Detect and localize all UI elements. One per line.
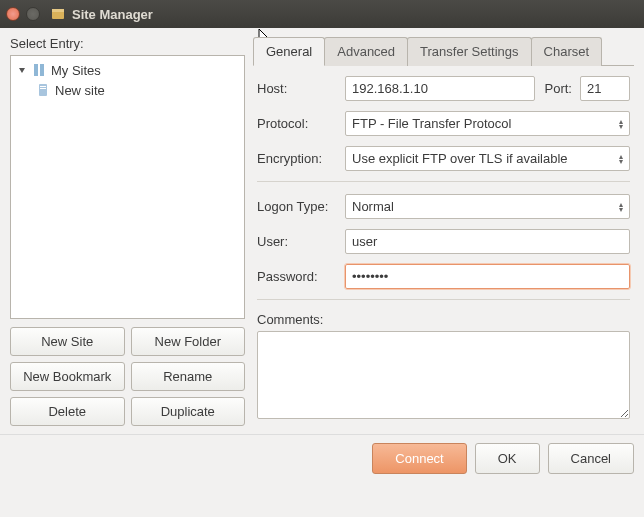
duplicate-button[interactable]: Duplicate xyxy=(131,397,246,426)
tree-item-label: New site xyxy=(55,83,105,98)
user-label: User: xyxy=(257,234,339,249)
svg-rect-2 xyxy=(39,84,47,96)
user-input[interactable] xyxy=(345,229,630,254)
svg-rect-1 xyxy=(52,9,64,12)
tab-advanced[interactable]: Advanced xyxy=(324,37,408,66)
site-actions: New Site New Folder New Bookmark Rename … xyxy=(10,327,245,426)
comments-textarea[interactable] xyxy=(257,331,630,419)
tab-general[interactable]: General xyxy=(253,37,325,66)
svg-rect-3 xyxy=(40,86,46,87)
app-icon xyxy=(50,6,66,22)
logon-type-value: Normal xyxy=(352,199,394,214)
server-icon xyxy=(35,82,51,98)
tree-root-row[interactable]: My Sites xyxy=(13,60,242,80)
rename-button[interactable]: Rename xyxy=(131,362,246,391)
window-controls xyxy=(6,7,40,21)
new-bookmark-button[interactable]: New Bookmark xyxy=(10,362,125,391)
port-label: Port: xyxy=(541,81,574,96)
logon-type-label: Logon Type: xyxy=(257,199,339,214)
right-panel: General Advanced Transfer Settings Chars… xyxy=(253,36,634,426)
encryption-select[interactable]: Use explicit FTP over TLS if available ▴… xyxy=(345,146,630,171)
titlebar: Site Manager xyxy=(0,0,644,28)
dialog-footer: Connect OK Cancel xyxy=(0,434,644,484)
tree-root-label: My Sites xyxy=(51,63,101,78)
divider xyxy=(257,181,630,182)
tab-content-general: Host: Port: Protocol: FTP - File Transfe… xyxy=(253,66,634,426)
encryption-label: Encryption: xyxy=(257,151,339,166)
protocol-label: Protocol: xyxy=(257,116,339,131)
svg-rect-4 xyxy=(40,88,46,89)
ok-button[interactable]: OK xyxy=(475,443,540,474)
folder-sites-icon xyxy=(31,62,47,78)
comments-label: Comments: xyxy=(257,312,630,327)
divider xyxy=(257,299,630,300)
logon-type-select[interactable]: Normal ▴▾ xyxy=(345,194,630,219)
host-label: Host: xyxy=(257,81,339,96)
tree-item-row[interactable]: New site xyxy=(13,80,242,100)
encryption-value: Use explicit FTP over TLS if available xyxy=(352,151,568,166)
expand-arrow-icon[interactable] xyxy=(17,65,27,75)
cancel-button[interactable]: Cancel xyxy=(548,443,634,474)
minimize-window-button[interactable] xyxy=(26,7,40,21)
port-input[interactable] xyxy=(580,76,630,101)
updown-icon: ▴▾ xyxy=(619,154,623,164)
protocol-value: FTP - File Transfer Protocol xyxy=(352,116,511,131)
left-panel: Select Entry: My Sites New site New Site… xyxy=(10,36,245,426)
select-entry-label: Select Entry: xyxy=(10,36,245,51)
new-site-button[interactable]: New Site xyxy=(10,327,125,356)
tab-charset[interactable]: Charset xyxy=(531,37,603,66)
close-window-button[interactable] xyxy=(6,7,20,21)
site-tree[interactable]: My Sites New site xyxy=(10,55,245,319)
delete-button[interactable]: Delete xyxy=(10,397,125,426)
updown-icon: ▴▾ xyxy=(619,202,623,212)
window-title: Site Manager xyxy=(72,7,153,22)
protocol-select[interactable]: FTP - File Transfer Protocol ▴▾ xyxy=(345,111,630,136)
tab-bar: General Advanced Transfer Settings Chars… xyxy=(253,36,634,66)
tab-transfer-settings[interactable]: Transfer Settings xyxy=(407,37,532,66)
updown-icon: ▴▾ xyxy=(619,119,623,129)
host-input[interactable] xyxy=(345,76,535,101)
new-folder-button[interactable]: New Folder xyxy=(131,327,246,356)
password-input[interactable] xyxy=(345,264,630,289)
password-label: Password: xyxy=(257,269,339,284)
connect-button[interactable]: Connect xyxy=(372,443,466,474)
